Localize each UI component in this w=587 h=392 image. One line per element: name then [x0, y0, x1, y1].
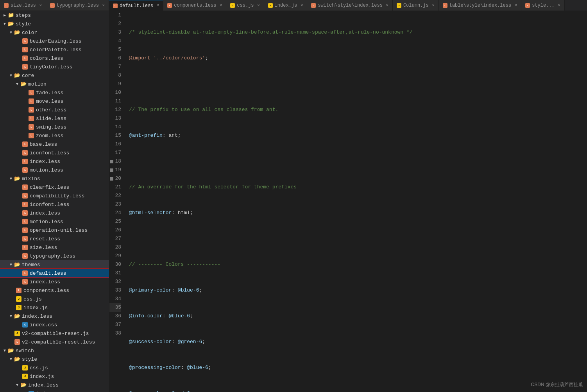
sidebar[interactable]: ▶ 📁 steps ▼ 📂 style ▼ 📂 color L bezierEa…	[0, 11, 109, 392]
sidebar-item-iconfont-mixins[interactable]: L iconfont.less	[0, 200, 109, 209]
sidebar-item-index-js-style[interactable]: J index.js	[0, 303, 109, 312]
less-icon: L	[4, 3, 9, 8]
code-line-14: @processing-color: @blue-6;	[129, 363, 584, 372]
sidebar-item-steps[interactable]: ▶ 📁 steps	[0, 11, 109, 20]
sidebar-item-base[interactable]: L base.less	[0, 140, 109, 149]
tab-column-js[interactable]: J Column.js ×	[393, 0, 439, 11]
sidebar-item-colors[interactable]: L colors.less	[0, 54, 109, 63]
code-line-7: // An override for the html selector for…	[129, 183, 584, 192]
sidebar-item-index-css[interactable]: C index.css	[0, 320, 109, 329]
sidebar-item-mixins[interactable]: ▼ 📂 mixins	[0, 174, 109, 183]
main-area: ▶ 📁 steps ▼ 📂 style ▼ 📂 color L bezierEa…	[0, 11, 587, 392]
tab-close[interactable]: ×	[301, 4, 303, 8]
tab-style-more[interactable]: L style... ×	[521, 0, 565, 11]
tab-close[interactable]: ×	[157, 4, 159, 8]
tab-close[interactable]: ×	[386, 4, 388, 8]
js-file-icon: J	[22, 365, 28, 371]
sidebar-item-css-js[interactable]: J css.js	[0, 295, 109, 303]
sidebar-item-default-less[interactable]: L default.less	[0, 269, 109, 277]
sidebar-item-core[interactable]: ▼ 📂 core	[0, 71, 109, 80]
tab-default-less[interactable]: L default.less ×	[109, 0, 163, 11]
tab-close[interactable]: ×	[102, 4, 105, 8]
code-line-15: @error-color: @red-6;	[129, 389, 584, 392]
sidebar-item-size-mixins[interactable]: L size.less	[0, 243, 109, 252]
sidebar-item-operation-unit[interactable]: L operation-unit.less	[0, 226, 109, 234]
less-file-icon: L	[22, 38, 28, 44]
sidebar-item-style-root[interactable]: ▼ 📂 style	[0, 20, 109, 28]
folder-open-icon: 📂	[14, 356, 20, 362]
sidebar-item-switch-css-js[interactable]: J css.js	[0, 363, 109, 372]
less-file-icon: L	[22, 193, 28, 199]
folder-icon: 📁	[8, 12, 14, 18]
code-line-10: // -------- Colors -----------	[129, 260, 584, 269]
collapse-arrow: ▼	[8, 356, 14, 362]
collapse-arrow: ▼	[8, 313, 14, 319]
sidebar-item-compatibility[interactable]: L compatibility.less	[0, 192, 109, 200]
tab-close[interactable]: ×	[515, 4, 517, 8]
less-icon: L	[311, 3, 316, 8]
sidebar-item-switch-index-less[interactable]: ▼ 📂 index.less	[0, 381, 109, 389]
sidebar-item-v2-js[interactable]: J v2-compatible-reset.js	[0, 329, 109, 338]
tab-components-less[interactable]: L components.less ×	[163, 0, 226, 11]
less-file-icon: L	[22, 141, 28, 147]
sidebar-item-index-mixins[interactable]: L index.less	[0, 209, 109, 217]
sidebar-item-motion-core[interactable]: L motion.less	[0, 166, 109, 174]
less-file-icon: L	[22, 253, 28, 259]
sidebar-item-switch-index-js[interactable]: J index.js	[0, 372, 109, 381]
sidebar-item-color[interactable]: ▼ 📂 color	[0, 28, 109, 37]
sidebar-item-switch-index-css[interactable]: C index.css	[0, 389, 109, 392]
tab-close[interactable]: ×	[258, 4, 260, 8]
sidebar-item-motion-mixins[interactable]: L motion.less	[0, 217, 109, 226]
tab-table-style-index[interactable]: L table\style\index.less ×	[439, 0, 521, 11]
sidebar-item-themes[interactable]: ▼ 📂 themes	[0, 260, 109, 269]
less-icon: L	[525, 3, 530, 8]
sidebar-item-colorPalette[interactable]: L colorPalette.less	[0, 45, 109, 54]
sidebar-item-index-themes[interactable]: L index.less	[0, 277, 109, 286]
less-file-icon: L	[22, 270, 28, 276]
tab-css-js[interactable]: J css.js ×	[226, 0, 264, 11]
code-line-13: @success-color: @green-6;	[129, 338, 584, 346]
less-file-icon: L	[22, 158, 28, 165]
sidebar-item-typography-mixins[interactable]: L typography.less	[0, 252, 109, 260]
collapse-arrow: ▼	[8, 261, 14, 268]
code-editor[interactable]: 1 2 3 4 5 6 7 8 9 10 11 12 13 14 15 16 1	[109, 11, 587, 392]
sidebar-item-swing[interactable]: L swing.less	[0, 123, 109, 131]
tab-index-js[interactable]: J index.js ×	[264, 0, 308, 11]
sidebar-item-zoom[interactable]: L zoom.less	[0, 131, 109, 140]
less-file-icon: L	[22, 64, 28, 70]
tab-close[interactable]: ×	[39, 4, 42, 8]
tab-typography-less[interactable]: L typography.less ×	[46, 0, 109, 11]
sidebar-item-other[interactable]: L other.less	[0, 106, 109, 114]
less-file-icon: L	[28, 115, 34, 122]
code-line-2: @import '../color/colors';	[129, 54, 584, 63]
sidebar-item-motion-folder[interactable]: ▼ 📂 motion	[0, 80, 109, 88]
sidebar-item-clearfix[interactable]: L clearfix.less	[0, 183, 109, 192]
sidebar-item-fade[interactable]: L fade.less	[0, 88, 109, 97]
js-icon: J	[230, 3, 235, 8]
tab-close[interactable]: ×	[558, 4, 560, 8]
collapse-arrow: ▼	[8, 29, 14, 36]
tab-close[interactable]: ×	[220, 4, 222, 8]
tab-close[interactable]: ×	[432, 4, 435, 8]
sidebar-item-slide[interactable]: L slide.less	[0, 114, 109, 123]
less-file-icon: L	[28, 107, 34, 113]
css-file-icon: C	[22, 322, 28, 328]
sidebar-item-tinyColor[interactable]: L tinyColor.less	[0, 63, 109, 71]
sidebar-item-reset[interactable]: L reset.less	[0, 234, 109, 243]
sidebar-item-components[interactable]: L components.less	[0, 286, 109, 295]
less-file-icon: L	[28, 89, 34, 96]
sidebar-item-index-core[interactable]: L index.less	[0, 157, 109, 166]
sidebar-item-switch[interactable]: ▼ 📂 switch	[0, 346, 109, 355]
tab-size-less[interactable]: L size.less ×	[0, 0, 46, 11]
sidebar-item-bezierEasing[interactable]: L bezierEasing.less	[0, 37, 109, 45]
less-icon: L	[50, 3, 55, 8]
tab-switch-style-index[interactable]: L switch\style\index.less ×	[307, 0, 393, 11]
sidebar-item-index-less-folder[interactable]: ▼ 📂 index.less	[0, 312, 109, 320]
js-icon: J	[268, 3, 273, 8]
sidebar-item-v2-less[interactable]: L v2-compatible-reset.less	[0, 338, 109, 346]
sidebar-item-move[interactable]: L move.less	[0, 97, 109, 106]
sidebar-item-iconfont-core[interactable]: L iconfont.less	[0, 149, 109, 157]
less-file-icon: L	[22, 55, 28, 61]
sidebar-item-switch-style[interactable]: ▼ 📂 style	[0, 355, 109, 363]
folder-open-icon: 📂	[20, 382, 27, 388]
